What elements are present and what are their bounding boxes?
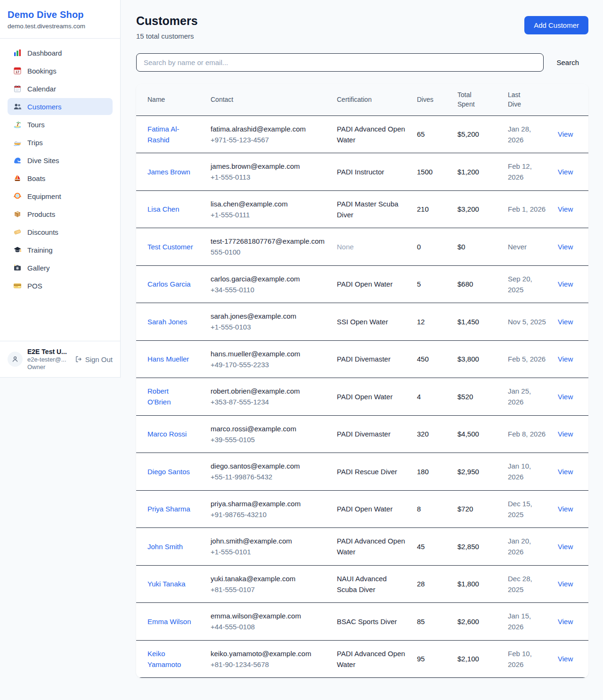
customer-dives: 0 (411, 228, 452, 266)
sign-out-button[interactable]: Sign Out (75, 355, 113, 363)
customer-dives: 85 (411, 603, 452, 641)
page-title: Customers (136, 14, 198, 28)
customer-name-link[interactable]: Test Customer (147, 241, 193, 252)
sidebar-item-training[interactable]: Training (8, 241, 113, 258)
view-link[interactable]: View (558, 468, 573, 476)
sidebar-item-boats[interactable]: Boats (8, 170, 113, 187)
sidebar-item-dive-sites[interactable]: Dive Sites (8, 152, 113, 169)
customer-dives: 12 (411, 303, 452, 341)
view-link[interactable]: View (558, 168, 573, 176)
equipment-icon (13, 192, 22, 200)
search-button[interactable]: Search (544, 58, 588, 66)
customer-name-link[interactable]: Priya Sharma (147, 503, 190, 514)
customer-certification: BSAC Sports Diver (331, 603, 411, 641)
view-link[interactable]: View (558, 505, 573, 513)
sidebar-item-gallery[interactable]: Gallery (8, 259, 113, 276)
customer-email: carlos.garcia@example.com (211, 273, 326, 284)
table-row: Marco Rossi marco.rossi@example.com +39-… (136, 415, 588, 453)
table-row: James Brown james.brown@example.com +1-5… (136, 153, 588, 191)
sidebar-item-trips[interactable]: Trips (8, 134, 113, 151)
customer-certification: PADI Advanced Open Water (331, 640, 411, 678)
avatar (8, 352, 23, 367)
sidebar-item-bookings[interactable]: 17 Bookings (8, 62, 113, 79)
customer-name-link[interactable]: Robert O'Brien (147, 386, 194, 408)
customer-name-link[interactable]: Emma Wilson (147, 616, 191, 627)
sidebar-item-label: Trips (27, 139, 43, 147)
customer-certification: PADI Divemaster (331, 340, 411, 378)
view-link[interactable]: View (558, 205, 573, 213)
customer-last-dive: Jan 25, 2026 (502, 378, 552, 416)
view-link[interactable]: View (558, 618, 573, 626)
customer-name-link[interactable]: Fatima Al-Rashid (147, 124, 194, 146)
products-icon (13, 210, 22, 218)
view-link[interactable]: View (558, 430, 573, 438)
view-link[interactable]: View (558, 393, 573, 401)
customer-last-dive: Dec 28, 2025 (502, 565, 552, 603)
column-header-actions (552, 84, 588, 115)
sidebar-item-customers[interactable]: Customers (8, 98, 113, 115)
customer-email: fatima.alrashid@example.com (211, 124, 326, 134)
customer-name-link[interactable]: Hans Mueller (147, 354, 189, 364)
shop-domain: demo.test.divestreams.com (8, 23, 113, 30)
user-email: e2e-tester@... (27, 356, 70, 363)
customer-name-link[interactable]: Diego Santos (147, 466, 190, 477)
customer-email: sarah.jones@example.com (211, 311, 326, 321)
customer-total-spent: $0 (452, 228, 502, 266)
customer-name-link[interactable]: James Brown (147, 166, 190, 177)
customer-name-link[interactable]: Sarah Jones (147, 316, 187, 327)
sidebar-item-products[interactable]: Products (8, 206, 113, 222)
table-row: Test Customer test-1772681807767@example… (136, 228, 588, 266)
customers-icon (13, 102, 22, 111)
customer-certification: PADI Rescue Diver (331, 453, 411, 491)
sidebar-item-pos[interactable]: POS (8, 277, 113, 294)
view-link[interactable]: View (558, 130, 573, 138)
customer-total-spent: $2,100 (452, 640, 502, 678)
customer-phone: +971-55-123-4567 (211, 134, 326, 145)
customer-email: diego.santos@example.com (211, 461, 326, 471)
customer-dives: 95 (411, 640, 452, 678)
table-body: Fatima Al-Rashid fatima.alrashid@example… (136, 115, 588, 678)
boats-icon (13, 174, 22, 182)
customer-total-spent: $3,200 (452, 190, 502, 228)
table-row: Emma Wilson emma.wilson@example.com +44-… (136, 603, 588, 641)
customer-name-link[interactable]: John Smith (147, 541, 183, 552)
main-content: Customers 15 total customers Add Custome… (121, 0, 603, 690)
customer-phone: +55-11-99876-5432 (211, 471, 326, 482)
sidebar-user-footer: E2E Test U... e2e-tester@... Owner Sign … (0, 341, 120, 377)
sidebar-item-discounts[interactable]: Discounts (8, 223, 113, 240)
view-link[interactable]: View (558, 355, 573, 363)
person-icon (11, 355, 19, 363)
customer-email: john.smith@example.com (211, 535, 326, 546)
column-header-total-spent: Total Spent (452, 84, 502, 115)
view-link[interactable]: View (558, 280, 573, 288)
view-link[interactable]: View (558, 580, 573, 588)
sidebar-item-calendar[interactable]: Calendar (8, 80, 113, 97)
table-row: Sarah Jones sarah.jones@example.com +1-5… (136, 303, 588, 341)
customer-email: marco.rossi@example.com (211, 423, 326, 434)
add-customer-button[interactable]: Add Customer (524, 16, 588, 34)
sidebar-item-equipment[interactable]: Equipment (8, 188, 113, 205)
customer-phone: +39-555-0105 (211, 434, 326, 445)
view-link[interactable]: View (558, 318, 573, 326)
column-header-name: Name (136, 84, 205, 115)
customer-name-link[interactable]: Carlos Garcia (147, 279, 191, 289)
customer-name-link[interactable]: Yuki Tanaka (147, 578, 186, 589)
sidebar-item-tours[interactable]: Tours (8, 116, 113, 133)
view-link[interactable]: View (558, 543, 573, 551)
view-link[interactable]: View (558, 655, 573, 663)
user-name: E2E Test U... (27, 348, 70, 355)
search-input[interactable] (136, 53, 544, 72)
customer-dives: 5 (411, 265, 452, 303)
sidebar-item-label: Discounts (27, 228, 58, 236)
trips-icon (13, 138, 22, 147)
customer-name-link[interactable]: Marco Rossi (147, 428, 187, 439)
sidebar-item-label: Products (27, 210, 55, 218)
customer-phone: +91-98765-43210 (211, 509, 326, 520)
customer-phone: 555-0100 (211, 247, 326, 257)
view-link[interactable]: View (558, 243, 573, 251)
page-header: Customers 15 total customers Add Custome… (136, 14, 588, 40)
customer-name-link[interactable]: Lisa Chen (147, 204, 179, 214)
sidebar-item-dashboard[interactable]: Dashboard (8, 44, 113, 61)
sign-out-label: Sign Out (85, 355, 113, 363)
customer-name-link[interactable]: Keiko Yamamoto (147, 648, 194, 670)
